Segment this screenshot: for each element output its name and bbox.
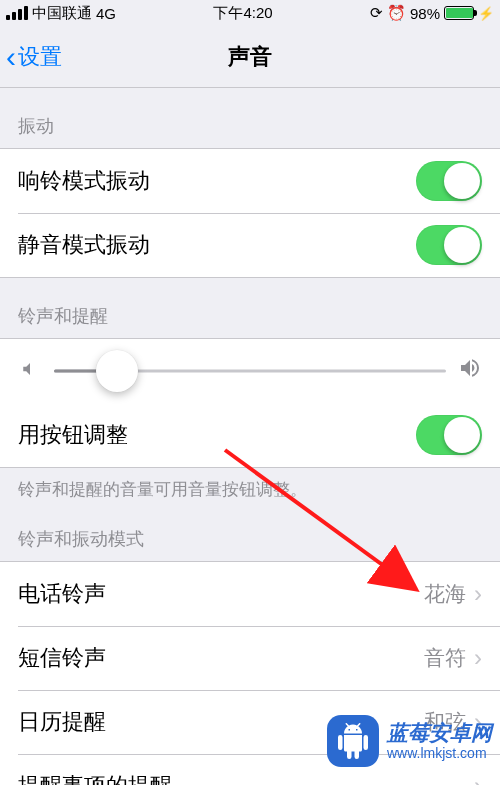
calendar-value: 和弦	[424, 708, 466, 736]
ring-vibrate-switch[interactable]	[416, 161, 482, 201]
page-title: 声音	[0, 42, 500, 72]
battery-pct: 98%	[410, 5, 440, 22]
network-label: 4G	[96, 5, 116, 22]
volume-low-icon	[18, 360, 42, 383]
back-label: 设置	[18, 42, 62, 72]
row-reminder[interactable]: 提醒事项的提醒 ›	[0, 754, 500, 785]
calendar-label: 日历提醒	[18, 707, 424, 737]
row-ringtone[interactable]: 电话铃声 花海 ›	[0, 562, 500, 626]
carrier-label: 中国联通	[32, 4, 92, 23]
volume-high-icon	[458, 356, 482, 386]
chevron-right-icon: ›	[474, 644, 482, 672]
texttone-value: 音符	[424, 644, 466, 672]
row-ring-vibrate[interactable]: 响铃模式振动	[0, 149, 500, 213]
chevron-right-icon: ›	[474, 772, 482, 785]
ringer-footer: 铃声和提醒的音量可用音量按钮调整。	[0, 468, 500, 501]
group-patterns: 电话铃声 花海 › 短信铃声 音符 › 日历提醒 和弦 › 提醒事项的提醒 ›	[0, 561, 500, 785]
orientation-lock-icon: ⟳	[370, 4, 383, 22]
chevron-left-icon: ‹	[6, 42, 16, 72]
status-bar: 中国联通 4G 下午4:20 ⟳ ⏰ 98% ⚡	[0, 0, 500, 26]
status-left: 中国联通 4G	[6, 4, 116, 23]
chevron-right-icon: ›	[474, 708, 482, 736]
back-button[interactable]: ‹ 设置	[0, 42, 62, 72]
chevron-right-icon: ›	[474, 580, 482, 608]
clock: 下午4:20	[213, 4, 272, 23]
texttone-label: 短信铃声	[18, 643, 424, 673]
status-right: ⟳ ⏰ 98% ⚡	[370, 4, 494, 22]
group-vibration: 响铃模式振动 静音模式振动	[0, 148, 500, 278]
change-with-buttons-switch[interactable]	[416, 415, 482, 455]
ringtone-label: 电话铃声	[18, 579, 424, 609]
battery-icon	[444, 6, 474, 20]
group-ringer: 用按钮调整	[0, 338, 500, 467]
silent-vibrate-label: 静音模式振动	[18, 230, 416, 260]
row-change-with-buttons[interactable]: 用按钮调整	[0, 403, 500, 467]
ring-vibrate-label: 响铃模式振动	[18, 166, 416, 196]
reminder-label: 提醒事项的提醒	[18, 771, 474, 785]
silent-vibrate-switch[interactable]	[416, 225, 482, 265]
row-silent-vibrate[interactable]: 静音模式振动	[0, 213, 500, 277]
ringtone-value: 花海	[424, 580, 466, 608]
section-header-ringer: 铃声和提醒	[0, 278, 500, 338]
change-with-buttons-label: 用按钮调整	[18, 420, 416, 450]
alarm-icon: ⏰	[387, 4, 406, 22]
volume-slider[interactable]	[54, 353, 446, 389]
signal-icon	[6, 6, 28, 20]
charging-icon: ⚡	[478, 6, 494, 21]
nav-bar: ‹ 设置 声音	[0, 26, 500, 88]
row-texttone[interactable]: 短信铃声 音符 ›	[0, 626, 500, 690]
row-calendar[interactable]: 日历提醒 和弦 ›	[0, 690, 500, 754]
section-header-vibration: 振动	[0, 88, 500, 148]
section-header-patterns: 铃声和振动模式	[0, 501, 500, 561]
volume-slider-row	[0, 339, 500, 403]
